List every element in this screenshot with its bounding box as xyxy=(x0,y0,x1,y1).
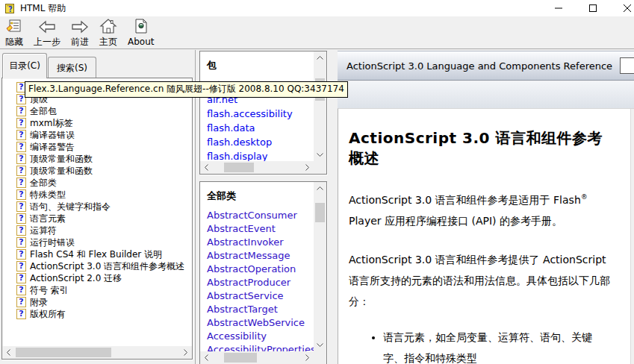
tree-item-label: 全部包 xyxy=(30,105,57,117)
help-topic-icon: ? xyxy=(16,225,26,236)
tree-item-label: 语句、关键字和指令 xyxy=(30,201,111,213)
tab-contents[interactable]: 目录(C) xyxy=(2,53,47,78)
home-button-label: 主页 xyxy=(99,37,117,47)
about-document-icon xyxy=(134,19,148,34)
tree-rows: ? Flex.3.Language.Reference.cn 随风展翅--修订版… xyxy=(2,78,192,346)
tree-item[interactable]: ? 运算符 xyxy=(2,225,192,236)
class-link[interactable]: AbstractProducer xyxy=(207,276,314,289)
classes-vscroll-thumb[interactable] xyxy=(315,203,325,222)
search-input[interactable] xyxy=(620,57,634,74)
tree-item-label: ActionScript 2.0 迁移 xyxy=(30,272,122,284)
window-controls xyxy=(541,0,634,16)
window-title: HTML 帮助 xyxy=(20,2,66,15)
home-button[interactable]: 主页 xyxy=(96,18,121,48)
tree-item[interactable]: ? 顶级常量和函数 xyxy=(2,165,192,177)
class-link[interactable]: AbstractInvoker xyxy=(207,236,314,249)
class-link[interactable]: AbstractMessage xyxy=(207,249,314,263)
topic-bullet-item: 语言元素，如全局变量、运算符、语句、关键字、指令和特殊类型 xyxy=(383,327,610,364)
help-topic-icon: ? xyxy=(16,189,26,200)
class-link[interactable]: AbstractConsumer xyxy=(207,209,314,222)
topic-paragraph-2: ActionScript 3.0 语言和组件参考提供了 ActionScript… xyxy=(349,249,610,312)
classes-horizontal-scrollbar[interactable] xyxy=(200,351,314,364)
tree-item-label: Flash CS4 和 Flex Builder 说明 xyxy=(30,248,162,260)
tree-item[interactable]: ? 符号 索引 xyxy=(2,284,192,296)
classes-hscroll-thumb[interactable] xyxy=(224,353,257,363)
minimize-button[interactable] xyxy=(541,0,576,16)
classes-header: 全部类 xyxy=(207,189,314,203)
tree-item[interactable]: ? ActionScript 3.0 语言和组件参考概述 xyxy=(2,260,192,272)
tab-search[interactable]: 搜索(S) xyxy=(48,57,96,78)
tree-item[interactable]: ? 顶级常量和函数 xyxy=(2,153,192,165)
packages-hscroll-thumb[interactable] xyxy=(224,163,254,172)
help-topic-icon: ? xyxy=(16,142,26,152)
tree-item[interactable]: ? Flash CS4 和 Flex Builder 说明 xyxy=(2,248,192,260)
help-topic-icon: ? xyxy=(16,249,26,260)
scroll-up-icon[interactable] xyxy=(314,182,326,195)
tab-search-label: 搜索(S) xyxy=(57,62,87,75)
scrollbar-corner xyxy=(314,161,326,174)
package-link[interactable]: flash.desktop xyxy=(207,135,314,149)
packages-header: 包 xyxy=(207,59,314,72)
packages-horizontal-scrollbar[interactable] xyxy=(200,161,314,174)
class-link[interactable]: AbstractTarget xyxy=(207,303,314,316)
scroll-down-icon[interactable] xyxy=(314,339,326,351)
scroll-right-icon[interactable] xyxy=(301,351,314,364)
reference-banner: ActionScript 3.0 Language and Components… xyxy=(338,51,634,81)
scroll-left-icon[interactable] xyxy=(200,161,213,174)
tree-horizontal-scrollbar[interactable] xyxy=(2,346,192,359)
home-icon xyxy=(99,19,117,34)
forward-button-label: 前进 xyxy=(71,37,89,47)
tree-item-label: 符号 索引 xyxy=(30,284,69,296)
tree-hscroll-thumb[interactable] xyxy=(16,348,111,357)
hide-button[interactable]: 隐藏 xyxy=(1,18,27,48)
tree-item[interactable]: ? 全部包 xyxy=(2,105,192,117)
maximize-button[interactable] xyxy=(576,0,610,16)
tree-item[interactable]: ? 全部类 xyxy=(2,177,192,189)
tree-item-label: 编译器错误 xyxy=(30,129,75,141)
scroll-right-icon[interactable] xyxy=(301,161,314,174)
help-topic-icon: ? xyxy=(16,118,26,128)
class-link[interactable]: AbstractOperation xyxy=(207,263,314,276)
forward-arrow-icon xyxy=(71,19,89,34)
classes-vertical-scrollbar[interactable] xyxy=(314,182,326,351)
scroll-right-icon[interactable] xyxy=(179,346,192,359)
tree-item[interactable]: ? 语言元素 xyxy=(2,213,192,225)
tree-item[interactable]: ? 附录 xyxy=(2,296,192,308)
tree-item[interactable]: ? mxml标签 xyxy=(2,117,192,129)
tree-item-label: mxml标签 xyxy=(30,117,73,129)
class-link[interactable]: AbstractEvent xyxy=(207,222,314,236)
about-button[interactable]: About xyxy=(124,18,158,48)
tree-item[interactable]: ? 语句、关键字和指令 xyxy=(2,201,192,213)
tree-item-label: 版权所有 xyxy=(30,308,66,320)
topic-bullet-list: 语言元素，如全局变量、运算符、语句、关键字、指令和特殊类型 包 按字母顺序排序的… xyxy=(349,327,610,364)
tree-item[interactable]: ? 特殊类型 xyxy=(2,189,192,201)
scroll-left-icon[interactable] xyxy=(200,351,213,364)
registered-mark: ® xyxy=(581,193,588,201)
class-link[interactable]: AbstractService xyxy=(207,289,314,303)
tree-item[interactable]: ? 运行时错误 xyxy=(2,236,192,248)
back-button[interactable]: 上一步 xyxy=(30,18,64,48)
class-link[interactable]: Accessibility xyxy=(207,330,314,343)
scroll-down-icon[interactable] xyxy=(314,148,326,161)
content-scrollbar[interactable] xyxy=(630,109,634,364)
close-button[interactable] xyxy=(610,0,634,16)
tree-item-tooltip: Flex.3.Language.Reference.cn 随风展翅--修订版 2… xyxy=(25,81,348,98)
topic-pane: ActionScript 3.0 Language and Components… xyxy=(329,50,634,364)
tree-item[interactable]: ? 版权所有 xyxy=(2,308,192,320)
packages-vertical-scrollbar[interactable] xyxy=(314,51,326,161)
tree-item[interactable]: ? 编译器错误 xyxy=(2,129,192,141)
tree-item[interactable]: ? ActionScript 2.0 迁移 xyxy=(2,272,192,284)
class-link[interactable]: AbstractWebService xyxy=(207,316,314,330)
package-link[interactable]: flash.display xyxy=(207,149,314,161)
scroll-up-icon[interactable] xyxy=(314,51,326,64)
forward-button[interactable]: 前进 xyxy=(67,18,93,48)
scroll-left-icon[interactable] xyxy=(2,346,15,359)
help-topic-icon: ? xyxy=(16,106,26,116)
package-link[interactable]: flash.data xyxy=(207,121,314,135)
hide-panel-icon xyxy=(6,19,22,34)
tree-item[interactable]: ? 编译器警告 xyxy=(2,141,192,153)
help-topic-icon: ? xyxy=(16,201,26,212)
help-topic-icon: ? xyxy=(16,309,26,319)
class-link[interactable]: AccessibilityProperties xyxy=(207,343,314,351)
package-link[interactable]: flash.accessibility xyxy=(207,107,314,121)
